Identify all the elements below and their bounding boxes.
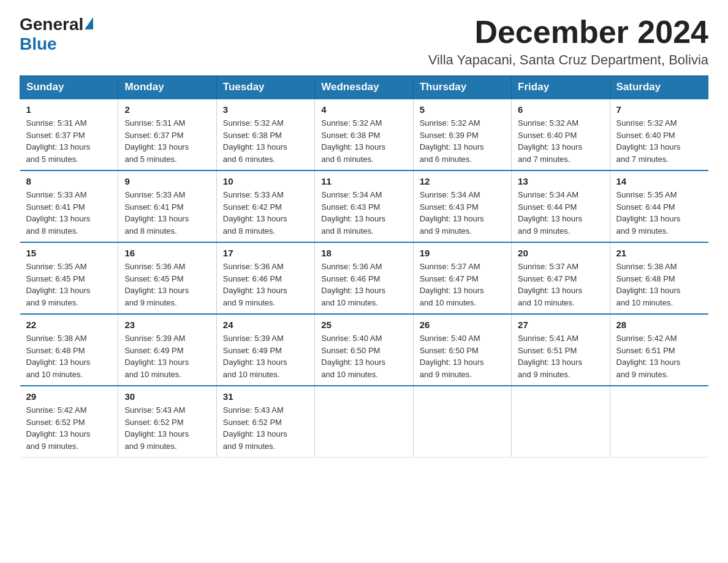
- day-cell: 2 Sunrise: 5:31 AM Sunset: 6:37 PM Dayli…: [118, 99, 216, 170]
- day-number: 3: [223, 104, 308, 115]
- day-info: Sunrise: 5:41 AM Sunset: 6:51 PM Dayligh…: [518, 332, 603, 380]
- day-info: Sunrise: 5:36 AM Sunset: 6:46 PM Dayligh…: [321, 261, 406, 308]
- day-info: Sunrise: 5:38 AM Sunset: 6:48 PM Dayligh…: [616, 261, 702, 308]
- day-number: 21: [616, 248, 702, 258]
- calendar-subtitle: Villa Yapacani, Santa Cruz Department, B…: [428, 52, 708, 68]
- day-cell: 12 Sunrise: 5:34 AM Sunset: 6:43 PM Dayl…: [413, 170, 511, 242]
- day-number: 26: [420, 320, 505, 330]
- week-row-4: 22 Sunrise: 5:38 AM Sunset: 6:48 PM Dayl…: [20, 314, 708, 386]
- day-info: Sunrise: 5:36 AM Sunset: 6:46 PM Dayligh…: [223, 261, 308, 308]
- weekday-header-wednesday: Wednesday: [315, 76, 413, 99]
- day-info: Sunrise: 5:31 AM Sunset: 6:37 PM Dayligh…: [124, 117, 210, 165]
- day-info: Sunrise: 5:37 AM Sunset: 6:47 PM Dayligh…: [420, 261, 505, 308]
- day-cell: 11 Sunrise: 5:34 AM Sunset: 6:43 PM Dayl…: [315, 170, 413, 242]
- day-cell: 25 Sunrise: 5:40 AM Sunset: 6:50 PM Dayl…: [315, 314, 413, 386]
- day-cell: 23 Sunrise: 5:39 AM Sunset: 6:49 PM Dayl…: [118, 314, 216, 386]
- day-number: 14: [616, 176, 702, 186]
- day-cell: 28 Sunrise: 5:42 AM Sunset: 6:51 PM Dayl…: [610, 314, 708, 386]
- day-number: 25: [321, 320, 406, 330]
- day-cell: [315, 386, 413, 458]
- day-cell: 30 Sunrise: 5:43 AM Sunset: 6:52 PM Dayl…: [118, 386, 216, 458]
- day-number: 9: [124, 176, 210, 186]
- weekday-header-sunday: Sunday: [20, 76, 118, 99]
- day-cell: 21 Sunrise: 5:38 AM Sunset: 6:48 PM Dayl…: [610, 242, 708, 314]
- day-info: Sunrise: 5:33 AM Sunset: 6:42 PM Dayligh…: [223, 189, 308, 237]
- calendar-table: SundayMondayTuesdayWednesdayThursdayFrid…: [20, 75, 708, 458]
- day-cell: 1 Sunrise: 5:31 AM Sunset: 6:37 PM Dayli…: [20, 99, 118, 170]
- day-number: 29: [26, 391, 112, 402]
- day-cell: 29 Sunrise: 5:42 AM Sunset: 6:52 PM Dayl…: [20, 386, 118, 458]
- day-info: Sunrise: 5:31 AM Sunset: 6:37 PM Dayligh…: [26, 117, 112, 165]
- day-info: Sunrise: 5:36 AM Sunset: 6:45 PM Dayligh…: [124, 261, 210, 308]
- weekday-header-thursday: Thursday: [413, 76, 511, 99]
- day-info: Sunrise: 5:38 AM Sunset: 6:48 PM Dayligh…: [26, 332, 112, 380]
- day-number: 20: [518, 248, 603, 258]
- calendar-title: December 2024: [428, 15, 708, 50]
- day-info: Sunrise: 5:43 AM Sunset: 6:52 PM Dayligh…: [223, 404, 308, 452]
- week-row-5: 29 Sunrise: 5:42 AM Sunset: 6:52 PM Dayl…: [20, 386, 708, 458]
- day-info: Sunrise: 5:40 AM Sunset: 6:50 PM Dayligh…: [321, 332, 406, 380]
- week-row-2: 8 Sunrise: 5:33 AM Sunset: 6:41 PM Dayli…: [20, 170, 708, 242]
- day-info: Sunrise: 5:40 AM Sunset: 6:50 PM Dayligh…: [420, 332, 505, 380]
- day-info: Sunrise: 5:35 AM Sunset: 6:44 PM Dayligh…: [616, 189, 702, 237]
- day-info: Sunrise: 5:42 AM Sunset: 6:52 PM Dayligh…: [26, 404, 112, 452]
- day-info: Sunrise: 5:39 AM Sunset: 6:49 PM Dayligh…: [223, 332, 308, 380]
- day-info: Sunrise: 5:34 AM Sunset: 6:44 PM Dayligh…: [518, 189, 603, 237]
- day-number: 11: [321, 176, 406, 186]
- day-cell: [610, 386, 708, 458]
- day-number: 4: [321, 104, 406, 115]
- title-block: December 2024 Villa Yapacani, Santa Cruz…: [428, 15, 708, 68]
- day-number: 5: [420, 104, 505, 115]
- day-info: Sunrise: 5:37 AM Sunset: 6:47 PM Dayligh…: [518, 261, 603, 308]
- day-number: 19: [420, 248, 505, 258]
- day-info: Sunrise: 5:43 AM Sunset: 6:52 PM Dayligh…: [124, 404, 210, 452]
- day-cell: 4 Sunrise: 5:32 AM Sunset: 6:38 PM Dayli…: [315, 99, 413, 170]
- day-number: 28: [616, 320, 702, 330]
- logo-triangle-icon: [85, 17, 93, 29]
- day-cell: 3 Sunrise: 5:32 AM Sunset: 6:38 PM Dayli…: [216, 99, 314, 170]
- weekday-header-monday: Monday: [118, 76, 216, 99]
- day-info: Sunrise: 5:32 AM Sunset: 6:38 PM Dayligh…: [223, 117, 308, 165]
- day-info: Sunrise: 5:34 AM Sunset: 6:43 PM Dayligh…: [321, 189, 406, 237]
- day-number: 17: [223, 248, 308, 258]
- week-row-3: 15 Sunrise: 5:35 AM Sunset: 6:45 PM Dayl…: [20, 242, 708, 314]
- day-number: 13: [518, 176, 603, 186]
- day-number: 31: [223, 391, 308, 402]
- day-info: Sunrise: 5:32 AM Sunset: 6:40 PM Dayligh…: [616, 117, 702, 165]
- day-cell: 10 Sunrise: 5:33 AM Sunset: 6:42 PM Dayl…: [216, 170, 314, 242]
- day-info: Sunrise: 5:32 AM Sunset: 6:39 PM Dayligh…: [420, 117, 505, 165]
- day-info: Sunrise: 5:34 AM Sunset: 6:43 PM Dayligh…: [420, 189, 505, 237]
- day-cell: 15 Sunrise: 5:35 AM Sunset: 6:45 PM Dayl…: [20, 242, 118, 314]
- header: General Blue December 2024 Villa Yapacan…: [20, 15, 708, 68]
- day-info: Sunrise: 5:42 AM Sunset: 6:51 PM Dayligh…: [616, 332, 702, 380]
- day-cell: 26 Sunrise: 5:40 AM Sunset: 6:50 PM Dayl…: [413, 314, 511, 386]
- day-number: 1: [26, 104, 112, 115]
- day-cell: 27 Sunrise: 5:41 AM Sunset: 6:51 PM Dayl…: [512, 314, 610, 386]
- weekday-header-tuesday: Tuesday: [216, 76, 314, 99]
- day-cell: 16 Sunrise: 5:36 AM Sunset: 6:45 PM Dayl…: [118, 242, 216, 314]
- weekday-header-friday: Friday: [512, 76, 610, 99]
- day-number: 24: [223, 320, 308, 330]
- day-number: 2: [124, 104, 210, 115]
- weekday-header-row: SundayMondayTuesdayWednesdayThursdayFrid…: [20, 76, 708, 99]
- day-number: 30: [124, 391, 210, 402]
- day-info: Sunrise: 5:32 AM Sunset: 6:40 PM Dayligh…: [518, 117, 603, 165]
- logo-general: General: [20, 15, 83, 34]
- day-info: Sunrise: 5:33 AM Sunset: 6:41 PM Dayligh…: [26, 189, 112, 237]
- day-cell: 18 Sunrise: 5:36 AM Sunset: 6:46 PM Dayl…: [315, 242, 413, 314]
- week-row-1: 1 Sunrise: 5:31 AM Sunset: 6:37 PM Dayli…: [20, 99, 708, 170]
- day-cell: 24 Sunrise: 5:39 AM Sunset: 6:49 PM Dayl…: [216, 314, 314, 386]
- day-cell: 6 Sunrise: 5:32 AM Sunset: 6:40 PM Dayli…: [512, 99, 610, 170]
- day-info: Sunrise: 5:35 AM Sunset: 6:45 PM Dayligh…: [26, 261, 112, 308]
- day-cell: 20 Sunrise: 5:37 AM Sunset: 6:47 PM Dayl…: [512, 242, 610, 314]
- day-cell: 8 Sunrise: 5:33 AM Sunset: 6:41 PM Dayli…: [20, 170, 118, 242]
- day-number: 6: [518, 104, 603, 115]
- day-cell: 9 Sunrise: 5:33 AM Sunset: 6:41 PM Dayli…: [118, 170, 216, 242]
- day-info: Sunrise: 5:39 AM Sunset: 6:49 PM Dayligh…: [124, 332, 210, 380]
- day-number: 12: [420, 176, 505, 186]
- day-cell: 31 Sunrise: 5:43 AM Sunset: 6:52 PM Dayl…: [216, 386, 314, 458]
- day-number: 18: [321, 248, 406, 258]
- day-cell: 13 Sunrise: 5:34 AM Sunset: 6:44 PM Dayl…: [512, 170, 610, 242]
- day-cell: 22 Sunrise: 5:38 AM Sunset: 6:48 PM Dayl…: [20, 314, 118, 386]
- day-cell: 7 Sunrise: 5:32 AM Sunset: 6:40 PM Dayli…: [610, 99, 708, 170]
